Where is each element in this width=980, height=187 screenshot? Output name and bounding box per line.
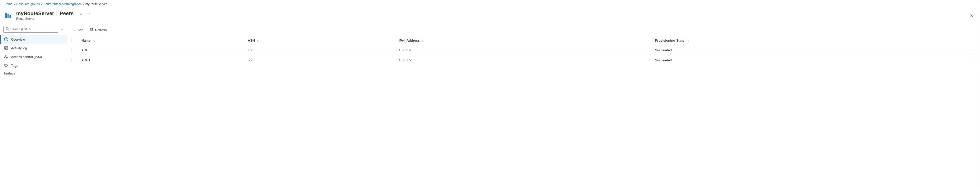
breadcrumb-home[interactable]: Home xyxy=(4,2,13,6)
sidebar: « Overview xyxy=(0,24,67,187)
sidebar-item-tags-label: Tags xyxy=(11,64,18,68)
row-checkbox-0[interactable] xyxy=(71,48,75,52)
sidebar-item-access-control-label: Access control (IAM) xyxy=(11,55,42,59)
collapse-sidebar-button[interactable]: « xyxy=(59,26,65,33)
breadcrumb-sep-3: > xyxy=(83,3,84,6)
page-title-group: myRouteServer | Peers ☆ ··· Route Server xyxy=(16,10,91,21)
sidebar-nav: Overview Activity log xyxy=(0,35,67,187)
provisioning-sort-icon: ↑↓ xyxy=(686,39,689,42)
row-provisioning-0: Succeeded xyxy=(651,45,969,55)
column-ipv4[interactable]: IPv4 Address ↑↓ xyxy=(395,36,651,45)
row-actions-cell-1[interactable]: ··· xyxy=(969,55,980,65)
ipv4-sort-icon: ↑↓ xyxy=(422,39,425,42)
tags-icon xyxy=(4,63,8,68)
content-toolbar: + Add Refresh xyxy=(67,24,980,36)
svg-point-12 xyxy=(5,65,6,65)
table-row: ADC0 400 10.0.1.4 Succeeded ··· xyxy=(67,45,980,55)
svg-point-4 xyxy=(6,38,7,39)
asn-sort-icon: ↑↓ xyxy=(257,39,260,42)
favorite-button[interactable]: ☆ xyxy=(78,10,84,17)
column-provisioning-label: Provisioning State xyxy=(655,38,684,43)
column-name[interactable]: Name ↑↓ xyxy=(77,36,244,45)
sidebar-item-overview[interactable]: Overview xyxy=(0,35,67,44)
table-row: ADC1 500 10.0.1.5 Succeeded ··· xyxy=(67,55,980,65)
sidebar-item-access-control[interactable]: Access control (IAM) xyxy=(0,52,67,61)
search-input[interactable] xyxy=(11,27,56,31)
column-asn[interactable]: ASN ↑↓ xyxy=(244,36,395,45)
page-subtitle: Route Server xyxy=(16,17,91,21)
column-asn-label: ASN xyxy=(248,38,255,43)
activity-log-icon xyxy=(4,46,8,50)
close-button[interactable]: ✕ xyxy=(968,12,976,20)
resource-name: myRouteServer xyxy=(16,11,54,16)
breadcrumb-sep-1: > xyxy=(14,3,15,6)
sidebar-item-activity-log[interactable]: Activity log xyxy=(0,44,67,52)
row-actions-cell-0[interactable]: ··· xyxy=(969,45,980,55)
column-provisioning[interactable]: Provisioning State ↑↓ xyxy=(651,36,969,45)
svg-rect-6 xyxy=(5,47,8,49)
page-header: myRouteServer | Peers ☆ ··· Route Server… xyxy=(0,8,980,24)
row-actions-button-0[interactable]: ··· xyxy=(971,47,978,53)
page-title: myRouteServer | Peers ☆ ··· xyxy=(16,10,91,17)
breadcrumb-subscription[interactable]: AzurerouteserverIntegration xyxy=(43,2,82,6)
refresh-icon xyxy=(90,27,94,32)
overview-icon xyxy=(4,37,8,41)
iam-icon xyxy=(4,54,8,59)
peers-table: Name ↑↓ ASN ↑↓ IPv4 Address ↑↓ Provisi xyxy=(67,36,980,65)
breadcrumb-sep-2: > xyxy=(41,3,42,6)
table-body: ADC0 400 10.0.1.4 Succeeded ··· ADC1 500… xyxy=(67,45,980,65)
table-container: Name ↑↓ ASN ↑↓ IPv4 Address ↑↓ Provisi xyxy=(67,36,980,187)
more-options-button[interactable]: ··· xyxy=(86,10,91,17)
column-ipv4-label: IPv4 Address xyxy=(399,38,420,43)
svg-rect-1 xyxy=(8,14,9,18)
svg-point-11 xyxy=(7,57,8,58)
sidebar-item-overview-label: Overview xyxy=(11,38,25,41)
sidebar-search-wrapper xyxy=(3,26,58,33)
title-separator: | xyxy=(56,11,57,16)
breadcrumb: Home > Resource groups > Azurerouteserve… xyxy=(0,0,980,8)
row-asn-1: 500 xyxy=(244,55,395,65)
add-icon: + xyxy=(74,28,76,32)
column-actions xyxy=(969,36,980,45)
svg-point-10 xyxy=(5,55,6,57)
select-all-header[interactable] xyxy=(67,36,77,45)
row-checkbox-cell-0[interactable] xyxy=(67,45,77,55)
add-label: Add xyxy=(78,28,83,32)
search-icon xyxy=(6,27,9,31)
row-asn-0: 400 xyxy=(244,45,395,55)
refresh-label: Refresh xyxy=(95,28,107,32)
row-checkbox-cell-1[interactable] xyxy=(67,55,77,65)
name-sort-icon: ↑↓ xyxy=(92,39,95,42)
add-button[interactable]: + Add xyxy=(71,26,86,34)
refresh-button[interactable]: Refresh xyxy=(87,26,110,34)
row-ipv4-0: 10.0.1.4 xyxy=(395,45,651,55)
select-all-checkbox[interactable] xyxy=(71,38,75,42)
row-provisioning-1: Succeeded xyxy=(651,55,969,65)
breadcrumb-current: myRouteServer xyxy=(85,2,107,6)
row-ipv4-1: 10.0.1.5 xyxy=(395,55,651,65)
sidebar-item-tags[interactable]: Tags xyxy=(0,61,67,70)
svg-rect-2 xyxy=(10,15,11,18)
sidebar-item-activity-log-label: Activity log xyxy=(11,46,27,50)
page-icon xyxy=(4,11,14,20)
svg-rect-0 xyxy=(5,13,7,18)
route-server-icon xyxy=(5,11,13,19)
svg-rect-5 xyxy=(6,39,6,40)
row-name-0: ADC0 xyxy=(77,45,244,55)
column-name-label: Name xyxy=(81,38,91,43)
settings-section-header: Settings xyxy=(0,70,67,76)
content-area: + Add Refresh xyxy=(67,24,980,187)
main-layout: « Overview xyxy=(0,24,980,187)
svg-rect-7 xyxy=(4,46,8,47)
page-title-actions: ☆ ··· xyxy=(78,10,91,17)
breadcrumb-resource-groups[interactable]: Resource groups xyxy=(16,2,40,6)
row-checkbox-1[interactable] xyxy=(71,58,75,62)
sidebar-search-row: « xyxy=(0,24,67,35)
row-name-1: ADC1 xyxy=(77,55,244,65)
page-name: Peers xyxy=(60,11,74,16)
row-actions-button-1[interactable]: ··· xyxy=(971,57,978,63)
